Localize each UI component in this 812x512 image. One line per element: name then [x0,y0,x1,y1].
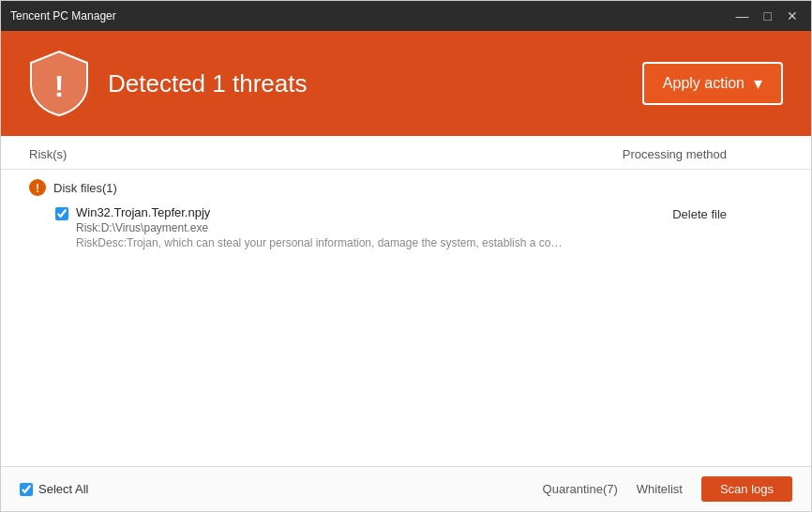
category-disk-files: ! Disk files(1) [29,170,783,202]
category-label: Disk files(1) [53,181,117,195]
title-bar: Tencent PC Manager — □ ✕ [1,1,811,31]
whitelist-link[interactable]: Whitelist [637,482,683,496]
threat-item-left: Win32.Trojan.Tepfer.npjy Risk:D:\Virus\p… [55,205,672,249]
window-controls: — □ ✕ [732,8,802,24]
threat-item: Win32.Trojan.Tepfer.npjy Risk:D:\Virus\p… [29,202,783,253]
col-risk-header: Risk(s) [29,147,67,161]
threat-action: Delete file [672,207,727,221]
apply-action-label: Apply action [663,75,744,92]
footer-left: Select All [20,482,88,496]
apply-action-dropdown-arrow: ▾ [754,73,762,94]
table-header: Risk(s) Processing method [1,136,811,170]
hero-left: ! Detected 1 threats [29,50,307,117]
scan-logs-button[interactable]: Scan logs [701,476,792,502]
main-content: Risk(s) Processing method ! Disk files(1… [1,136,811,466]
minimize-button[interactable]: — [732,8,753,24]
quarantine-link[interactable]: Quarantine(7) [543,482,618,496]
hero-section: ! Detected 1 threats Apply action ▾ [1,31,811,136]
select-all-checkbox[interactable] [20,483,33,496]
threat-path: Risk:D:\Virus\payment.exe [76,221,672,234]
svg-text:!: ! [54,69,65,103]
threat-checkbox[interactable] [55,207,68,220]
main-window: Tencent PC Manager — □ ✕ ! Detected 1 th… [0,0,812,512]
select-all-label[interactable]: Select All [38,482,88,496]
threat-name: Win32.Trojan.Tepfer.npjy [76,205,672,219]
apply-action-button[interactable]: Apply action ▾ [642,62,783,105]
threat-list: ! Disk files(1) Win32.Trojan.Tepfer.npjy… [1,170,811,466]
close-button[interactable]: ✕ [783,8,802,24]
app-title: Tencent PC Manager [10,9,732,23]
warning-icon: ! [29,179,46,196]
hero-title: Detected 1 threats [108,69,307,98]
col-method-header: Processing method [623,147,727,161]
maximize-button[interactable]: □ [760,8,775,24]
footer-right: Quarantine(7) Whitelist Scan logs [543,476,792,502]
shield-icon: ! [29,50,89,117]
svg-text:!: ! [36,182,39,195]
threat-details: Win32.Trojan.Tepfer.npjy Risk:D:\Virus\p… [76,205,672,249]
threat-desc: RiskDesc:Trojan, which can steal your pe… [76,236,564,249]
footer: Select All Quarantine(7) Whitelist Scan … [1,466,811,511]
